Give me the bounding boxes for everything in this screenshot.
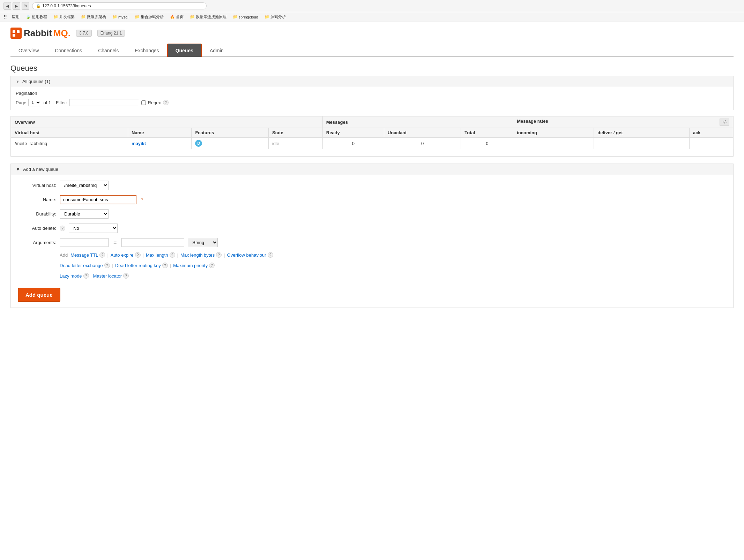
max-length-help[interactable]: ? <box>170 252 175 258</box>
sep2: | <box>143 252 144 258</box>
virtual-host-row: Virtual host: /meite_rabbitmq <box>18 181 726 190</box>
nav-connections[interactable]: Connections <box>47 44 90 57</box>
state-label: idle <box>272 141 279 146</box>
shortcut-message-ttl[interactable]: Message TTL <box>70 252 98 258</box>
add-queue-button[interactable]: Add queue <box>18 288 60 302</box>
all-queues-section-header[interactable]: ▼ All queues (1) <box>10 76 734 87</box>
shortcut-max-length[interactable]: Max length <box>146 252 168 258</box>
svg-rect-3 <box>13 34 15 37</box>
cell-features: D <box>192 138 269 149</box>
shortcut-maximum-priority[interactable]: Maximum priority <box>173 263 208 268</box>
lazy-mode-help[interactable]: ? <box>83 273 89 279</box>
svg-rect-2 <box>17 30 20 33</box>
bookmark-源码分析[interactable]: 📁 源码分析 <box>263 14 287 20</box>
maximum-priority-help[interactable]: ? <box>209 263 215 268</box>
message-ttl-help[interactable]: ? <box>99 252 105 258</box>
dead-letter-routing-key-help[interactable]: ? <box>162 263 168 268</box>
sep5: | <box>112 263 113 268</box>
apps-icon[interactable]: ⠿ <box>3 14 7 20</box>
logo-area: Rabbit MQ. 3.7.8 Erlang 21.1 <box>10 28 734 39</box>
shortcut-dead-letter-routing-key[interactable]: Dead letter routing key <box>115 263 161 268</box>
cell-ready: 0 <box>322 138 384 149</box>
back-button[interactable]: ◀ <box>3 2 11 10</box>
bookmark-微服务架构[interactable]: 📁 微服务架构 <box>80 14 107 20</box>
cell-name: mayikt <box>128 138 191 149</box>
cell-unacked: 0 <box>384 138 461 149</box>
app: Rabbit MQ. 3.7.8 Erlang 21.1 Overview Co… <box>0 22 744 560</box>
regex-checkbox[interactable] <box>141 100 146 105</box>
virtual-host-select[interactable]: /meite_rabbitmq <box>60 181 109 190</box>
shortcut-dead-letter-exchange[interactable]: Dead letter exchange <box>60 263 103 268</box>
shortcut-auto-expire[interactable]: Auto expire <box>111 252 134 258</box>
sep4: | <box>224 252 225 258</box>
master-locator-help[interactable]: ? <box>123 273 129 279</box>
queue-name-link[interactable]: mayikt <box>132 141 146 146</box>
nav-overview[interactable]: Overview <box>10 44 47 57</box>
dead-letter-exchange-help[interactable]: ? <box>104 263 110 268</box>
required-star: * <box>141 197 143 202</box>
cell-deliver-get <box>594 138 689 149</box>
auto-delete-help-icon[interactable]: ? <box>60 226 65 231</box>
regex-label: Regex <box>148 100 161 105</box>
forward-button[interactable]: ▶ <box>13 2 20 10</box>
nav-channels[interactable]: Channels <box>90 44 127 57</box>
shortcuts-row-3: Lazy mode ? Master locator ? <box>60 273 726 279</box>
shortcut-max-length-bytes[interactable]: Max length bytes <box>180 252 215 258</box>
bookmark-首页[interactable]: 🔥 首页 <box>169 14 185 20</box>
regex-help-icon[interactable]: ? <box>163 100 169 105</box>
bookmark-springcloud[interactable]: 📁 springcloud <box>231 14 260 20</box>
cell-incoming <box>513 138 594 149</box>
svg-rect-1 <box>13 30 15 33</box>
svg-rect-0 <box>11 28 21 38</box>
auto-delete-row: Auto delete: ? No Yes <box>18 224 726 233</box>
shortcut-overflow-behaviour[interactable]: Overflow behaviour <box>227 252 266 258</box>
name-input[interactable] <box>60 195 136 204</box>
refresh-button[interactable]: ↻ <box>22 2 29 10</box>
browser-nav: ◀ ▶ ↻ <box>3 2 29 10</box>
plusminus-button[interactable]: +/- <box>720 119 729 126</box>
cell-total: 0 <box>461 138 513 149</box>
args-value-input[interactable] <box>121 238 184 247</box>
nav-admin[interactable]: Admin <box>202 44 232 57</box>
bookmark-集合源码分析[interactable]: 📁 集合源码分析 <box>133 14 165 20</box>
bookmark-应用[interactable]: 应用 <box>10 14 21 20</box>
message-rates-group-header: Message rates +/- <box>513 116 733 128</box>
col-unacked: Unacked <box>384 128 461 138</box>
feature-badge-d: D <box>195 140 202 147</box>
overflow-behaviour-help[interactable]: ? <box>268 252 273 258</box>
max-length-bytes-help[interactable]: ? <box>216 252 222 258</box>
brand-name-mq: MQ. <box>53 28 70 39</box>
auto-expire-help[interactable]: ? <box>135 252 141 258</box>
type-select[interactable]: String Number Boolean List <box>188 238 218 247</box>
args-key-input[interactable] <box>60 238 109 247</box>
col-name: Name <box>128 128 191 138</box>
durability-label: Durability: <box>18 211 56 217</box>
arguments-label: Arguments: <box>18 240 56 245</box>
shortcut-master-locator[interactable]: Master locator <box>93 273 122 279</box>
shortcuts-row-2: Dead letter exchange ? | Dead letter rou… <box>60 263 726 268</box>
all-queues-label: All queues (1) <box>22 79 50 84</box>
filter-input[interactable] <box>69 99 139 106</box>
auto-delete-select[interactable]: No Yes <box>69 224 118 233</box>
header: Rabbit MQ. 3.7.8 Erlang 21.1 Overview Co… <box>0 22 744 57</box>
page-select[interactable]: 1 <box>28 99 41 106</box>
version-badge: 3.7.8 <box>76 30 92 37</box>
nav-queues[interactable]: Queues <box>167 44 202 57</box>
virtual-host-label: Virtual host: <box>18 183 56 188</box>
nav-exchanges[interactable]: Exchanges <box>127 44 167 57</box>
sep6: | <box>170 263 171 268</box>
sep3: | <box>177 252 178 258</box>
add-queue-header[interactable]: ▼ Add a new queue <box>11 164 733 175</box>
add-queue-body: Virtual host: /meite_rabbitmq Name: * Du… <box>11 175 733 308</box>
address-bar[interactable]: 127.0.0.1:15672/#/queues <box>42 3 91 8</box>
page-label: Page <box>16 100 26 105</box>
bookmark-并发框架[interactable]: 📁 并发框架 <box>52 14 76 20</box>
bookmark-数据库连接池原理[interactable]: 📁 数据库连接池原理 <box>188 14 228 20</box>
bookmark-mysql[interactable]: 📁 mysql <box>111 14 130 20</box>
pagination-controls: Page 1 of 1 - Filter: Regex ? <box>16 99 728 106</box>
shortcut-lazy-mode[interactable]: Lazy mode <box>60 273 82 279</box>
bookmark-使用教程[interactable]: 🍃 使用教程 <box>24 14 49 20</box>
durability-select[interactable]: Durable Transient <box>60 209 109 219</box>
auto-delete-label: Auto delete: <box>18 226 56 231</box>
col-ack: ack <box>689 128 733 138</box>
